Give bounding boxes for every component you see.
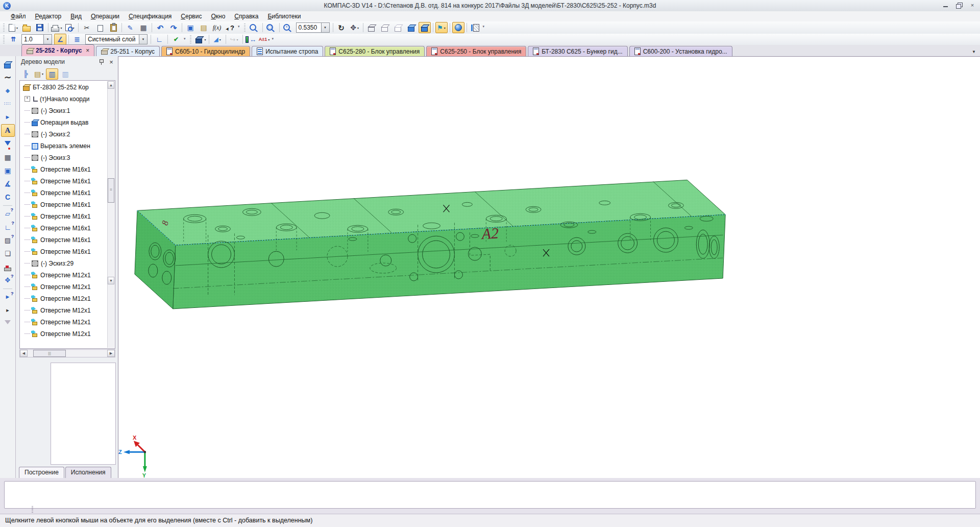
toolbar-grip[interactable]: [3, 35, 5, 43]
document-tab[interactable]: 25-252 - Корпус×: [21, 44, 94, 56]
menu-item[interactable]: Файл: [6, 12, 31, 21]
menu-item[interactable]: Редактор: [31, 12, 66, 21]
document-tab[interactable]: С625-250 - Блок управления: [426, 46, 526, 56]
document-tab[interactable]: С625-280 - Блок управления: [325, 46, 425, 56]
tree-filter[interactable]: ▤▾: [33, 68, 45, 80]
undo[interactable]: ↶: [154, 22, 166, 33]
surfaces[interactable]: ▱: [1, 207, 15, 220]
print-preview[interactable]: ▾: [64, 22, 76, 33]
document-tab[interactable]: С605-10 - Гидроцилиндр: [161, 46, 250, 56]
section-display[interactable]: [469, 22, 481, 33]
zoom-in[interactable]: [248, 22, 260, 33]
tree-item[interactable]: (-) Эскиз:29: [20, 257, 108, 269]
tree-additional[interactable]: ▥: [59, 68, 71, 80]
direction-arrow[interactable]: ►: [1, 111, 15, 124]
auxiliary-geometry[interactable]: A: [1, 124, 15, 137]
dimension-3d[interactable]: ↔: [245, 34, 257, 45]
toolbar-overflow-icon[interactable]: ▾: [238, 25, 240, 29]
rail-expand[interactable]: ▸: [1, 304, 15, 317]
tree-item[interactable]: Отверстие М16х1: [20, 210, 108, 222]
variables[interactable]: f(x): [211, 22, 223, 33]
scrollbar-thumb[interactable]: |||: [33, 350, 66, 357]
tree-item[interactable]: Отверстие М12х1: [20, 293, 108, 304]
aux-operation[interactable]: ↪▾: [228, 34, 240, 45]
local-cs[interactable]: ∟: [153, 34, 165, 45]
sheet-metal[interactable]: C: [1, 190, 15, 203]
scale-combo-dropdown-icon[interactable]: ▼: [321, 23, 329, 32]
step-combo[interactable]: 1.0▼: [21, 34, 52, 44]
tree-item[interactable]: +(т)Начало коорди: [20, 93, 108, 105]
display-hidden-thin[interactable]: [392, 22, 404, 33]
model-3d[interactable]: А2 8: [135, 180, 725, 308]
tree-item[interactable]: Операция выдав: [20, 116, 108, 128]
document-tab[interactable]: БТ-2830 С625 - Бункер гид...: [528, 46, 627, 56]
toolbar-overflow-icon[interactable]: ▾: [483, 25, 485, 29]
redo[interactable]: ↷: [167, 22, 180, 33]
tree-item[interactable]: (-) Эскиз:1: [20, 105, 108, 116]
tree-item[interactable]: (-) Эскиз:2: [20, 128, 108, 140]
toolbar-overflow-icon[interactable]: ▾: [272, 37, 274, 41]
scroll-down-icon[interactable]: ▼: [108, 277, 114, 284]
model-viewport[interactable]: А2 8 X Z Y: [118, 56, 980, 478]
save-document[interactable]: [34, 22, 46, 33]
tree-item[interactable]: Отверстие М16х1: [20, 163, 108, 175]
check-sketch[interactable]: ✔: [170, 34, 182, 45]
tree-item[interactable]: Отверстие М12х1: [20, 304, 108, 316]
reports[interactable]: ▣: [1, 164, 15, 177]
menu-item[interactable]: Вид: [66, 12, 86, 21]
tree-tab[interactable]: Исполнения: [65, 467, 111, 478]
cut[interactable]: ✂: [81, 22, 93, 33]
scroll-left-icon[interactable]: ◀: [20, 350, 28, 357]
document-tab[interactable]: 25-251 - Корпус: [96, 46, 160, 56]
step-combo-dropdown-icon[interactable]: ▼: [43, 35, 52, 44]
tree-item[interactable]: Отверстие М16х1: [20, 175, 108, 187]
tree-item[interactable]: Отверстие М12х1: [20, 316, 108, 328]
tree-item[interactable]: Отверстие М12х1: [20, 269, 108, 281]
menu-item[interactable]: Сервис: [176, 12, 206, 21]
transform-feature[interactable]: ✥: [1, 274, 15, 286]
scrollbar-thumb[interactable]: ≡: [108, 178, 114, 203]
tree-item[interactable]: Отверстие М16х1: [20, 234, 108, 246]
spreadsheet[interactable]: ▦: [137, 22, 150, 33]
tree-item[interactable]: Вырезать элемен: [20, 140, 108, 152]
property-panel[interactable]: [4, 481, 976, 509]
copy-properties[interactable]: ✎: [124, 22, 136, 33]
copy[interactable]: [94, 22, 106, 33]
simplified-display[interactable]: ⚑▾: [435, 22, 448, 33]
tree-horizontal-scrollbar[interactable]: ◀ ||| ▶: [19, 349, 115, 357]
tab-list-dropdown-icon[interactable]: ▼: [972, 50, 976, 54]
selection-filter[interactable]: [1, 137, 15, 150]
shell-operation[interactable]: ▾: [194, 34, 207, 45]
scroll-right-icon[interactable]: ▶: [107, 350, 115, 357]
hatch-feature[interactable]: ▨: [1, 234, 15, 247]
specification[interactable]: ▦: [1, 151, 15, 163]
menu-item[interactable]: Окно: [206, 12, 230, 21]
tree-vertical-scrollbar[interactable]: ▲ ≡ ▼: [107, 81, 114, 348]
display-shaded[interactable]: [405, 22, 418, 33]
snap-settings[interactable]: ∠: [54, 34, 66, 45]
panel-grip[interactable]: [32, 506, 33, 513]
close-button[interactable]: ×: [968, 2, 977, 9]
restore-button[interactable]: [954, 2, 964, 9]
print[interactable]: ▾: [51, 22, 63, 33]
pin-icon[interactable]: [99, 59, 104, 65]
layers[interactable]: ≣: [71, 34, 83, 45]
orientation[interactable]: ✥▾: [349, 22, 361, 33]
toolbar-overflow-icon[interactable]: ▾: [184, 37, 186, 41]
pressform[interactable]: [1, 260, 15, 273]
display-hidden-removed[interactable]: [379, 22, 391, 33]
tab-close-icon[interactable]: ×: [86, 47, 89, 54]
model-3d-view[interactable]: А2 8 X Z Y: [118, 57, 980, 477]
tolerance-dimension[interactable]: А±1▾: [258, 34, 271, 45]
sketch-mode-3d[interactable]: [452, 22, 464, 33]
chamfer-operation[interactable]: ◢▾: [211, 34, 224, 45]
rotate-model[interactable]: ↻: [335, 22, 348, 33]
layer-combo[interactable]: Системный слой▼: [85, 34, 148, 44]
point-3d[interactable]: ◆: [1, 84, 15, 97]
display-shaded-edges[interactable]: [419, 22, 431, 33]
tree-item[interactable]: Отверстие М16х1: [20, 199, 108, 210]
current-step[interactable]: ⇈: [7, 34, 19, 45]
panel-close-icon[interactable]: ×: [108, 58, 115, 66]
zoom-change[interactable]: [282, 22, 294, 33]
layer-combo-dropdown-icon[interactable]: ▼: [139, 35, 147, 44]
